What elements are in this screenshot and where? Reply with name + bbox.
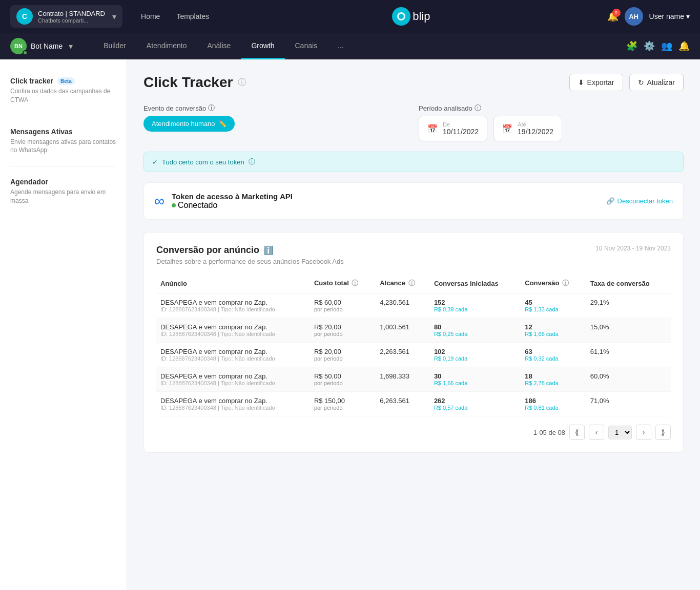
main-content: Click Tracker ⓘ ⬇ Exportar ↻ Atualizar E… (127, 59, 700, 590)
cell-conversao: 63 R$ 0,32 cada (521, 343, 586, 367)
pagination-last[interactable]: ⟫ (655, 425, 671, 440)
table-row: DESAPEGA e vem comprar no Zap. ID: 12888… (156, 367, 671, 392)
tab-atendimento[interactable]: Atendimento (136, 33, 197, 59)
bot-name-sub: Bot Name (31, 42, 63, 50)
sidebar-item-agendador-title: Agendador (10, 178, 116, 186)
conversion-selector[interactable]: Atendimento humano ✏️ (143, 116, 235, 132)
date-from-picker[interactable]: 📅 De 10/11/2022 (419, 116, 487, 141)
sidebar-item-click-tracker[interactable]: Click tracker Beta Confira os dados das … (0, 70, 127, 112)
update-button[interactable]: ↻ Atualizar (629, 74, 684, 91)
cell-taxa: 71,0% (586, 392, 671, 416)
edit-icon: ✏️ (218, 120, 227, 128)
bell-icon[interactable]: 🔔 (678, 40, 690, 52)
brand-dropdown-icon: ▾ (112, 12, 116, 22)
pagination-first[interactable]: ⟪ (569, 425, 585, 440)
table-section: Conversão por anúncio ℹ️ Detalhes sobre … (143, 232, 684, 453)
cell-custo: R$ 60,00 por periodo (310, 293, 376, 318)
cell-taxa: 61,1% (586, 343, 671, 367)
pagination-page-select[interactable]: 1 2 (608, 426, 632, 439)
bot-selector[interactable]: BN Bot Name ▾ (10, 38, 73, 54)
export-button[interactable]: ⬇ Exportar (569, 74, 623, 91)
tab-growth[interactable]: Growth (241, 33, 284, 59)
top-navigation: C Contrato | STANDARD Chatbots comparti.… (0, 0, 700, 33)
cell-conversas: 102 R$ 0,19 cada (430, 343, 521, 367)
notifications-button[interactable]: 🔔 9 (607, 11, 619, 22)
date-to-value: 19/12/2022 (518, 128, 553, 136)
settings-icon[interactable]: ⚙️ (644, 40, 655, 52)
cell-alcance: 1,698.333 (376, 367, 430, 392)
pagination-next[interactable]: › (636, 425, 651, 440)
cell-alcance: 6,263.561 (376, 392, 430, 416)
pagination-prev[interactable]: ‹ (589, 425, 604, 440)
nav-home[interactable]: Home (135, 9, 166, 24)
tab-builder[interactable]: Builder (93, 33, 136, 59)
check-icon: ✓ (152, 158, 158, 166)
ad-table: Anúncio Custo total ⓘ Alcance ⓘ Conversa… (156, 273, 671, 416)
col-anuncio: Anúncio (156, 273, 310, 293)
sidebar-item-click-tracker-desc: Confira os dados das campanhas de CTWA (10, 87, 116, 104)
sidebar-item-agendador[interactable]: Agendador Agende mensagens para envio em… (0, 171, 127, 213)
conversao-info-icon[interactable]: ⓘ (562, 279, 569, 287)
status-info-icon[interactable]: ⓘ (249, 157, 255, 166)
table-row: DESAPEGA e vem comprar no Zap. ID: 12888… (156, 343, 671, 367)
cell-conversas: 80 R$ 0,25 cada (430, 318, 521, 343)
sidebar-item-mensagens-desc: Envie mensagens ativas para contatos no … (10, 138, 116, 155)
filters-row: Evento de conversão ⓘ Atendimento humano… (143, 103, 684, 141)
sub-nav-links: Builder Atendimento Análise Growth Canai… (93, 33, 626, 59)
brand-switcher[interactable]: C Contrato | STANDARD Chatbots comparti.… (10, 5, 122, 28)
bot-dropdown-icon: ▾ (69, 41, 73, 51)
connected-dot (172, 203, 176, 207)
table-date-range: 10 Nov 2023 - 19 Nov 2023 (595, 245, 671, 267)
table-row: DESAPEGA e vem comprar no Zap. ID: 12888… (156, 293, 671, 318)
brand-info: Contrato | STANDARD Chatbots comparti... (38, 10, 105, 24)
token-status: Conectado (172, 201, 599, 210)
table-section-title: Conversão por anúncio (156, 245, 259, 256)
header-actions: ⬇ Exportar ↻ Atualizar (569, 74, 684, 91)
sidebar-item-agendador-desc: Agende mensagens para envio em massa (10, 188, 116, 205)
main-layout: Click tracker Beta Confira os dados das … (0, 59, 700, 590)
date-from-label: De (443, 121, 479, 128)
puzzle-icon[interactable]: 🧩 (626, 40, 637, 52)
tab-more[interactable]: ... (327, 33, 354, 59)
cell-conversas: 262 R$ 0,57 cada (430, 392, 521, 416)
sidebar-item-mensagens[interactable]: Mensagens Ativas Envie mensagens ativas … (0, 120, 127, 162)
blip-logo-text: blip (413, 10, 430, 23)
pagination: 1-05 de 08 ⟪ ‹ 1 2 › ⟫ (156, 425, 671, 440)
tab-analise[interactable]: Análise (197, 33, 241, 59)
team-icon[interactable]: 👥 (661, 40, 672, 52)
col-conversao: Conversão ⓘ (521, 273, 586, 293)
sub-nav-right-icons: 🧩 ⚙️ 👥 🔔 (626, 40, 690, 52)
username-button[interactable]: User name ▾ (649, 12, 690, 20)
page-title-info-icon[interactable]: ⓘ (238, 77, 246, 88)
alcance-info-icon[interactable]: ⓘ (408, 279, 415, 287)
table-info-icon[interactable]: ℹ️ (263, 245, 274, 255)
calendar-from-icon: 📅 (427, 124, 438, 134)
cell-conversao: 186 R$ 0,81 cada (521, 392, 586, 416)
custo-info-icon[interactable]: ⓘ (352, 279, 358, 287)
sidebar-item-mensagens-title: Mensagens Ativas (10, 128, 116, 136)
date-to-picker[interactable]: 📅 Até 19/12/2022 (493, 116, 562, 141)
date-to-label: Até (518, 121, 553, 128)
top-nav-right: 🔔 9 AH User name ▾ (607, 7, 690, 26)
table-header-row: Conversão por anúncio ℹ️ Detalhes sobre … (156, 245, 671, 267)
conversion-info-icon[interactable]: ⓘ (208, 103, 215, 113)
conversion-event-label: Evento de conversão ⓘ (143, 103, 408, 113)
col-conversas: Conversas iniciadas (430, 273, 521, 293)
period-info-icon[interactable]: ⓘ (475, 103, 481, 113)
disconnect-token-button[interactable]: 🔗 Desconectar token (606, 197, 673, 205)
user-dropdown-icon: ▾ (686, 12, 690, 20)
calendar-to-icon: 📅 (502, 124, 512, 134)
page-title: Click Tracker (143, 74, 233, 91)
sidebar-item-click-tracker-title: Click tracker Beta (10, 77, 116, 85)
disconnect-icon: 🔗 (606, 197, 614, 205)
period-label: Período analisado ⓘ (419, 103, 684, 113)
cell-anuncio: DESAPEGA e vem comprar no Zap. ID: 12888… (156, 367, 310, 392)
table-row: DESAPEGA e vem comprar no Zap. ID: 12888… (156, 392, 671, 416)
nav-templates[interactable]: Templates (170, 9, 215, 24)
cell-custo: R$ 20,00 por periodo (310, 343, 376, 367)
tab-canais[interactable]: Canais (285, 33, 328, 59)
cell-anuncio: DESAPEGA e vem comprar no Zap. ID: 12888… (156, 318, 310, 343)
bot-avatar: BN (10, 38, 27, 54)
top-nav-links: Home Templates (135, 9, 215, 24)
cell-conversao: 45 R$ 1,33 cada (521, 293, 586, 318)
